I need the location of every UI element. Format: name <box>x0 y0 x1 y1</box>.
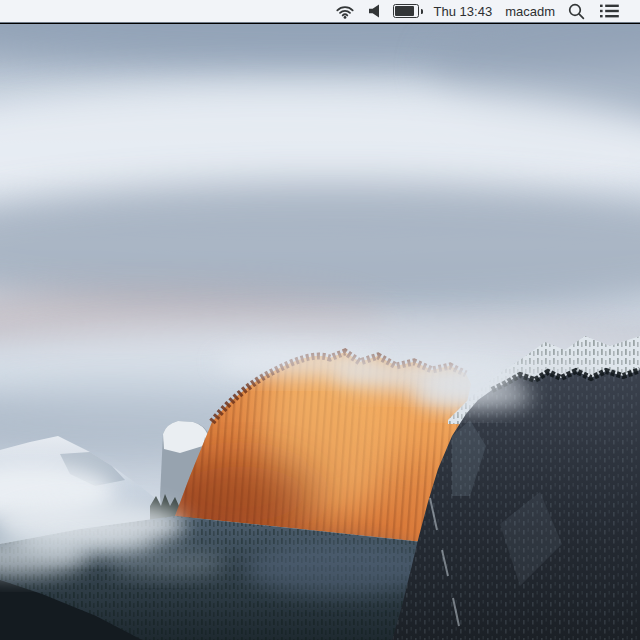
desktop[interactable] <box>0 24 640 640</box>
list-line <box>605 10 619 12</box>
menu-bar: Thu 13:43 macadm <box>0 0 640 23</box>
battery-fill <box>395 6 414 16</box>
list-bullet <box>600 5 603 7</box>
list-bullet <box>600 10 603 12</box>
spotlight-search-icon[interactable] <box>568 3 585 20</box>
wifi-arc-inner <box>343 14 348 15</box>
magnifier-handle <box>579 14 583 18</box>
battery-icon[interactable] <box>393 4 423 18</box>
list-line <box>605 5 619 7</box>
speaker-glyph <box>369 4 379 17</box>
list-line <box>605 15 619 17</box>
battery-body <box>393 4 419 18</box>
battery-nub <box>421 9 423 14</box>
wifi-arc-outer <box>337 7 352 10</box>
notification-center-icon[interactable] <box>600 4 619 18</box>
menu-bar-username[interactable]: macadm <box>505 5 555 18</box>
wifi-arc-mid <box>340 10 350 12</box>
wifi-icon[interactable] <box>335 4 355 19</box>
list-bullet <box>600 15 603 17</box>
volume-icon[interactable] <box>368 4 380 18</box>
wifi-dot <box>344 16 347 19</box>
menu-bar-clock[interactable]: Thu 13:43 <box>434 5 493 18</box>
macos-desktop-screen: Thu 13:43 macadm <box>0 0 640 640</box>
wallpaper-illustration <box>0 24 640 640</box>
